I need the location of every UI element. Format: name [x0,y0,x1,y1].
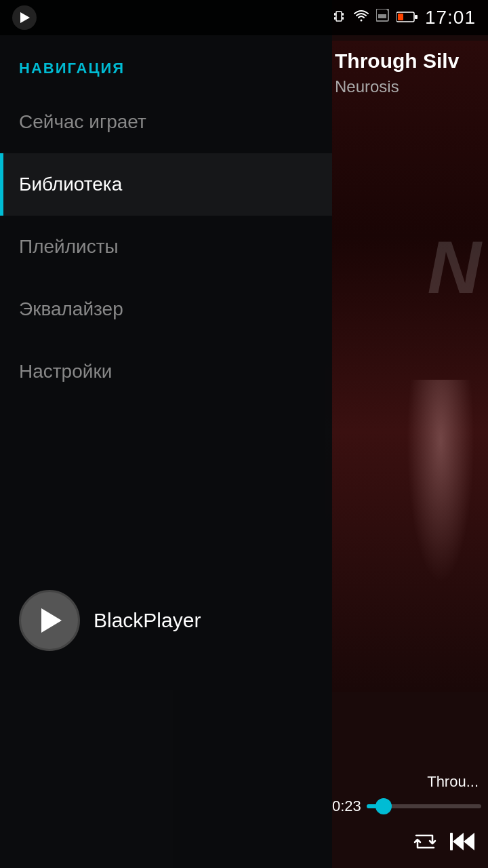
wifi-icon [353,9,369,27]
progress-bar-fill [367,804,384,808]
svg-rect-10 [415,15,418,19]
rewind-icon [449,829,479,854]
album-art-letter: N [428,224,481,310]
status-time: 17:01 [425,7,476,28]
svg-marker-12 [464,833,474,850]
signal-icon [376,9,390,27]
nav-label-settings: Настройки [19,361,112,382]
svg-rect-9 [398,14,403,20]
player-bottom: Throu... 0:23 [325,773,488,868]
status-right: 17:01 [331,7,476,28]
nav-item-library[interactable]: Библиотека [0,153,332,216]
svg-marker-0 [20,12,30,23]
nav-item-playlists[interactable]: Плейлисты [0,216,332,278]
nav-label-now-playing: Сейчас играет [19,111,146,133]
player-controls [332,829,481,854]
track-artist: Neurosis [335,77,479,96]
svg-rect-1 [336,12,342,21]
svg-rect-2 [334,13,336,16]
svg-rect-4 [334,17,336,20]
play-icon [17,10,32,25]
rewind-button[interactable] [449,829,479,854]
svg-rect-5 [342,17,344,20]
svg-rect-13 [450,833,453,850]
nav-section: НАВИГАЦИЯ Сейчас играет Библиотека Плейл… [0,0,332,403]
repeat-button[interactable] [412,829,438,854]
progress-time: 0:23 [332,797,361,815]
nav-label-library: Библиотека [19,174,122,195]
app-logo [19,590,80,651]
svg-rect-7 [378,14,386,18]
player-header: Through Silv Neurosis [325,35,488,103]
nav-item-equalizer[interactable]: Эквалайзер [0,278,332,340]
battery-icon [396,10,418,26]
vibrate-icon [331,9,346,27]
progress-bar[interactable] [367,804,481,808]
progress-container: 0:23 [332,797,481,815]
track-title: Through Silv [335,49,479,73]
status-bar: 17:01 [0,0,488,35]
svg-marker-11 [453,833,464,850]
app-status-icon [12,5,37,30]
album-art: N [325,41,488,692]
album-art-figure [407,380,474,583]
track-title-bottom: Throu... [332,773,481,791]
nav-item-settings[interactable]: Настройки [0,340,332,403]
repeat-icon [412,829,438,854]
app-logo-play-icon [41,608,62,633]
nav-label-playlists: Плейлисты [19,236,119,258]
nav-label-equalizer: Эквалайзер [19,298,123,320]
nav-item-now-playing[interactable]: Сейчас играет [0,91,332,153]
navigation-drawer: НАВИГАЦИЯ Сейчас играет Библиотека Плейл… [0,0,332,868]
status-left [12,5,37,30]
app-name: BlackPlayer [94,609,201,632]
nav-header: НАВИГАЦИЯ [0,46,332,91]
progress-thumb [375,798,392,814]
app-branding: BlackPlayer [19,590,201,651]
svg-rect-3 [342,13,344,16]
